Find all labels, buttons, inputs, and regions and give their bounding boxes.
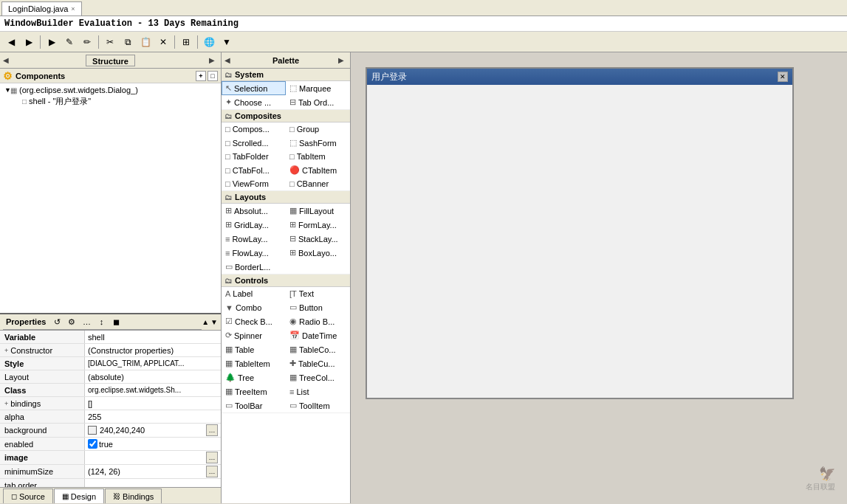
palette-item-scrolled[interactable]: □ Scrolled... [222,136,286,150]
props-refresh-btn[interactable]: ↺ [50,315,64,328]
palette-item-stacklayout[interactable]: ⊟ StackLay... [286,232,350,246]
palette-item-taborder[interactable]: ⊟ Tab Ord... [286,95,350,109]
palette-item-boxlayout[interactable]: ⊞ BoxLayo... [286,246,350,260]
palette-item-selection[interactable]: ↖ Selection [222,81,286,95]
tree-item-dialog[interactable]: ▼ ▦ (org.eclipse.swt.widgets.Dialog_) [1,85,219,95]
palette-item-radiobutton[interactable]: ◉ Radio B... [286,314,350,328]
toolbar-back-btn[interactable]: ◀ [3,34,19,50]
palette-item-composite[interactable]: □ Compos... [222,122,286,136]
prop-expand-bindings[interactable]: + [4,400,8,407]
palette-item-spinner[interactable]: ⟳ Spinner [222,328,286,342]
palette-item-cbanner[interactable]: □ CBanner [286,177,350,190]
tab-close-icon[interactable]: × [71,5,75,13]
toolbar-grid-btn[interactable]: ⊞ [178,34,194,50]
palette-label-flowlayout: FlowLay... [232,249,268,258]
prop-value-alpha[interactable]: 255 [85,410,221,423]
prop-value-class[interactable]: org.eclipse.swt.widgets.Sh... [85,384,221,396]
props-more-btn[interactable]: … [80,315,93,328]
palette-item-absolute[interactable]: ⊞ Absolut... [222,204,286,218]
palette-item-rowlayout[interactable]: ≡ RowLay... [222,232,286,246]
palette-section-controls[interactable]: 🗂 Controls [222,275,350,287]
palette-item-text[interactable]: [T Text [286,287,350,300]
palette-item-button[interactable]: ▭ Button [286,300,350,314]
prop-value-layout[interactable]: (absolute) [85,370,221,383]
prop-value-taborder[interactable] [85,479,221,487]
toolbar-del-btn[interactable]: ✕ [155,34,171,50]
palette-item-flowlayout[interactable]: ≡ FlowLay... [222,246,286,260]
palette-item-combo[interactable]: ▼ Combo [222,300,286,314]
prop-value-minsize[interactable]: (124, 26) … [85,465,221,478]
palette-item-tree[interactable]: 🌲 Tree [222,370,286,384]
palette-item-borderlayout[interactable]: ▭ BorderL... [222,260,350,274]
canvas-body[interactable] [367,85,792,398]
palette-item-table[interactable]: ▦ Table [222,342,286,356]
structure-title-tab[interactable]: Structure [86,55,135,66]
palette-nav-left[interactable]: ◀ [224,56,230,64]
prop-value-enabled[interactable]: true [85,438,221,450]
props-nav-up[interactable]: ▲ [202,318,209,326]
structure-tree: ▼ ▦ (org.eclipse.swt.widgets.Dialog_) □ … [0,83,221,313]
props-nav-down[interactable]: ▼ [210,318,218,326]
prop-value-image[interactable]: … [85,451,221,464]
prop-expand-constructor[interactable]: + [4,347,8,354]
tab-design[interactable]: ▦ Design [54,489,104,503]
prop-value-bindings[interactable]: [] [85,397,221,410]
toolbar-globe-btn[interactable]: 🌐 [201,34,217,50]
toolbar-paste-btn[interactable]: 📋 [137,34,154,50]
props-settings-btn[interactable]: ⚙ [65,315,78,328]
palette-section-composites[interactable]: 🗂 Composites [222,110,350,122]
props-pin-btn[interactable]: ◼ [109,315,123,328]
palette-item-treeitem[interactable]: ▦ TreeItem [222,384,286,398]
palette-section-layouts[interactable]: 🗂 Layouts [222,191,350,204]
palette-item-checkbox[interactable]: ☑ Check B... [222,314,286,328]
palette-item-tablecolumn[interactable]: ▦ TableCo... [286,342,350,356]
image-edit-btn[interactable]: … [206,452,218,463]
palette-item-toolitem[interactable]: ▭ ToolItem [286,398,350,412]
prop-value-background[interactable]: 240,240,240 … [85,424,221,437]
tab-source[interactable]: ◻ Source [3,489,53,503]
prop-value-constructor[interactable]: (Constructor properties) [85,344,221,356]
toolbar-fwd-btn[interactable]: ▶ [21,34,37,50]
tree-item-shell[interactable]: □ shell - "用户登录" [1,95,219,108]
background-edit-btn[interactable]: … [206,424,218,436]
palette-item-filllayout[interactable]: ▦ FillLayout [286,204,350,218]
palette-nav-right[interactable]: ▶ [338,56,344,64]
components-remove-btn[interactable]: □ [208,71,218,81]
palette-item-treecolumn[interactable]: ▦ TreeCol... [286,370,350,384]
toolbar-edit2-btn[interactable]: ✏ [79,34,95,50]
palette-item-gridlayout[interactable]: ⊞ GridLay... [222,218,286,232]
canvas-close-btn[interactable]: ✕ [778,72,788,82]
palette-item-ctabfolder[interactable]: □ CTabFol... [222,163,286,177]
prop-value-variable[interactable]: shell [85,331,221,343]
palette-item-label[interactable]: A Label [222,287,286,300]
toolbar-run-btn[interactable]: ▶ [44,34,60,50]
palette-item-tabitem[interactable]: □ TabItem [286,150,350,163]
structure-nav-left[interactable]: ◀ [3,56,9,64]
toolbar-cut-btn[interactable]: ✂ [102,34,118,50]
palette-item-choose[interactable]: ✦ Choose ... [222,95,286,109]
minsize-edit-btn[interactable]: … [206,466,218,477]
palette-item-group[interactable]: □ Group [286,122,350,136]
toolbar-copy-btn[interactable]: ⧉ [120,34,136,50]
palette-item-tablecursor[interactable]: ✚ TableCu... [286,356,350,370]
palette-item-datetime[interactable]: 📅 DateTime [286,328,350,342]
toolbar-edit-btn[interactable]: ✎ [61,34,78,50]
palette-item-formlayout[interactable]: ⊞ FormLay... [286,218,350,232]
palette-item-marquee[interactable]: ⬚ Marquee [286,81,350,95]
editor-tab[interactable]: LoginDialog.java × [1,1,82,15]
palette-item-ctabitem[interactable]: 🔴 CTabItem [286,163,350,177]
components-add-btn[interactable]: + [196,71,206,81]
structure-nav-right[interactable]: ▶ [209,56,215,64]
toolbar-dropdown-btn[interactable]: ▼ [219,34,235,50]
palette-item-toolbar[interactable]: ▭ ToolBar [222,398,286,412]
tab-bindings[interactable]: ⛓ Bindings [105,489,162,503]
palette-item-tableitem[interactable]: ▦ TableItem [222,356,286,370]
prop-value-style[interactable]: [DIALOG_TRIM, APPLICAT... [85,357,221,370]
palette-section-system[interactable]: 🗂 System [222,69,350,81]
props-sort-btn[interactable]: ↕ [95,315,108,328]
enabled-checkbox[interactable] [88,439,97,449]
palette-item-list[interactable]: ≡ List [286,384,350,398]
palette-item-tabfolder[interactable]: □ TabFolder [222,150,286,163]
palette-item-viewform[interactable]: □ ViewForm [222,177,286,190]
palette-item-sashform[interactable]: ⬚ SashForm [286,136,350,150]
